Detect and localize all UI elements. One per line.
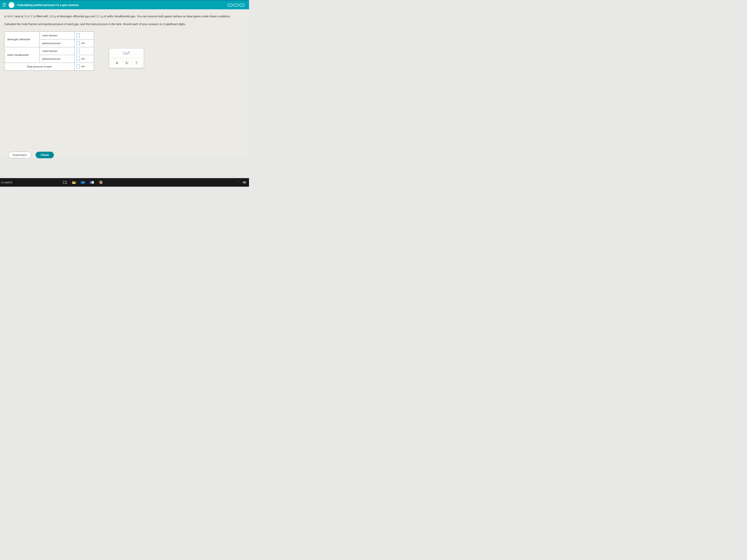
input-gas1-mole-fraction[interactable] (76, 33, 80, 37)
svg-rect-12 (92, 181, 94, 184)
module-badge-icon (8, 2, 15, 8)
value-volume: 10.0 L (7, 15, 14, 18)
svg-point-15 (100, 182, 101, 183)
exponent-box-icon (128, 52, 130, 53)
value-mass-1: 2.62 g (49, 15, 56, 18)
content-area: A 10.0 L tank at 13.4 °C is filled with … (0, 9, 249, 157)
input-gas2-partial-pressure[interactable] (76, 57, 80, 61)
unit-atm: atm (81, 57, 85, 60)
value-mass-2: 11.5 g (96, 15, 103, 18)
scientific-notation-button[interactable]: x10 (122, 51, 131, 56)
text: of sulfur hexafluoride gas. You can assu… (103, 15, 231, 18)
row-gas-2: sulfur hexafluoride (4, 47, 40, 62)
svg-rect-5 (72, 181, 74, 182)
word-icon[interactable]: W (90, 181, 94, 184)
battery-icon[interactable] (243, 181, 247, 184)
task-view-icon[interactable] (63, 181, 67, 184)
svg-rect-2 (66, 182, 67, 183)
file-explorer-icon[interactable] (72, 181, 76, 184)
progress-pill (233, 4, 238, 6)
svg-rect-18 (243, 182, 245, 183)
label-partial-pressure: partial pressure: (40, 55, 75, 62)
footer-buttons: Explanation Check (8, 152, 54, 158)
clear-button[interactable]: ✕ (115, 61, 119, 65)
text: of dinitrogen difluoride gas and (56, 15, 96, 18)
unit-atm: atm (81, 42, 85, 45)
unit-atm: atm (81, 65, 85, 68)
problem-statement: A 10.0 L tank at 13.4 °C is filled with … (4, 15, 245, 19)
label-mole-fraction: mole fraction: (40, 47, 75, 55)
input-gas2-mole-fraction[interactable] (76, 49, 80, 53)
hamburger-menu-icon[interactable]: ☰ (0, 2, 8, 7)
taskbar-search-text[interactable]: to search (0, 181, 12, 184)
answer-table: dinitrogen difluoride mole fraction: par… (4, 31, 94, 71)
value-temperature: 13.4 °C (24, 15, 33, 18)
tray-expand-icon[interactable]: ˄ (238, 181, 239, 184)
text: tank at (14, 15, 24, 18)
progress-pill (228, 4, 233, 6)
windows-taskbar: to search O W ˄ (0, 178, 249, 187)
chrome-icon[interactable] (99, 181, 103, 184)
svg-rect-6 (72, 182, 76, 183)
label-mole-fraction: mole fraction: (40, 31, 75, 39)
progress-pill (239, 4, 244, 6)
svg-rect-3 (66, 183, 67, 184)
help-button[interactable]: ? (135, 61, 137, 65)
input-gas1-partial-pressure[interactable] (76, 41, 80, 45)
svg-rect-0 (63, 181, 66, 184)
taskbar-apps: O W (63, 181, 103, 184)
taskbar-tray: ˄ (238, 181, 247, 184)
svg-text:O: O (81, 182, 83, 184)
header-bar: ☰ Calculating partial pressure in a gas … (0, 0, 249, 9)
mantissa-box-icon (123, 52, 126, 54)
explanation-button[interactable]: Explanation (8, 152, 31, 158)
outlook-icon[interactable]: O (81, 181, 85, 184)
input-toolpanel: x10 ✕ ↻ ? (109, 48, 144, 68)
reset-button[interactable]: ↻ (125, 61, 129, 65)
check-button[interactable]: Check (35, 152, 54, 158)
label-total-pressure: Total pressure in tank: (4, 62, 75, 71)
text: is filled with (33, 15, 49, 18)
label-partial-pressure: partial pressure: (40, 39, 75, 47)
input-total-pressure[interactable] (76, 64, 80, 69)
row-gas-1: dinitrogen difluoride (4, 31, 40, 47)
svg-rect-9 (83, 181, 85, 184)
problem-question: Calculate the mole fraction and partial … (4, 22, 245, 26)
svg-rect-1 (66, 181, 67, 182)
svg-text:W: W (90, 182, 92, 184)
page-title: Calculating partial pressure in a gas mi… (17, 3, 79, 7)
text: A (4, 15, 7, 18)
svg-rect-17 (246, 182, 246, 183)
progress-pills (228, 4, 244, 6)
